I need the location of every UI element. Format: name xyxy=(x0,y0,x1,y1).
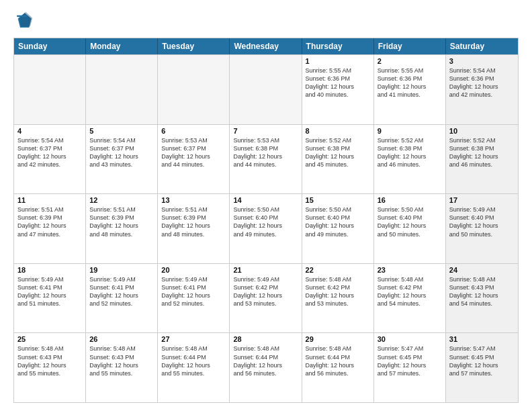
day-number: 8 xyxy=(306,127,370,135)
day-info: Sunrise: 5:48 AM Sunset: 6:43 PM Dayligh… xyxy=(17,345,82,377)
day-number: 22 xyxy=(306,266,370,274)
day-info: Sunrise: 5:48 AM Sunset: 6:43 PM Dayligh… xyxy=(449,275,515,308)
calendar: SundayMondayTuesdayWednesdayThursdayFrid… xyxy=(13,38,519,403)
day-number: 15 xyxy=(306,196,370,204)
day-number: 13 xyxy=(161,196,226,204)
day-info: Sunrise: 5:52 AM Sunset: 6:38 PM Dayligh… xyxy=(449,136,515,169)
cal-cell-day-18: 18Sunrise: 5:49 AM Sunset: 6:41 PM Dayli… xyxy=(14,264,86,333)
day-number: 6 xyxy=(161,127,226,135)
day-info: Sunrise: 5:48 AM Sunset: 6:44 PM Dayligh… xyxy=(306,345,370,377)
cal-cell-day-1: 1Sunrise: 5:55 AM Sunset: 6:36 PM Daylig… xyxy=(302,55,374,124)
cal-cell-day-31: 31Sunrise: 5:47 AM Sunset: 6:45 PM Dayli… xyxy=(446,333,518,402)
day-info: Sunrise: 5:50 AM Sunset: 6:40 PM Dayligh… xyxy=(306,205,370,238)
day-number: 5 xyxy=(89,127,154,135)
cal-cell-day-5: 5Sunrise: 5:54 AM Sunset: 6:37 PM Daylig… xyxy=(86,125,158,194)
cal-cell-day-7: 7Sunrise: 5:53 AM Sunset: 6:38 PM Daylig… xyxy=(230,125,302,194)
day-number: 11 xyxy=(17,196,82,204)
day-number: 17 xyxy=(449,196,515,204)
cal-cell-day-4: 4Sunrise: 5:54 AM Sunset: 6:37 PM Daylig… xyxy=(14,125,86,194)
cal-cell-day-15: 15Sunrise: 5:50 AM Sunset: 6:40 PM Dayli… xyxy=(302,194,374,263)
day-number: 28 xyxy=(233,335,298,343)
day-number: 29 xyxy=(306,335,370,343)
cal-cell-empty xyxy=(230,55,302,124)
header-day-friday: Friday xyxy=(374,38,446,54)
day-info: Sunrise: 5:48 AM Sunset: 6:42 PM Dayligh… xyxy=(378,275,442,308)
day-number: 31 xyxy=(449,335,515,343)
cal-cell-day-12: 12Sunrise: 5:51 AM Sunset: 6:39 PM Dayli… xyxy=(86,194,158,263)
day-number: 14 xyxy=(233,196,298,204)
day-number: 26 xyxy=(89,335,154,343)
day-number: 21 xyxy=(233,266,298,274)
day-number: 7 xyxy=(233,127,298,135)
cal-cell-day-3: 3Sunrise: 5:54 AM Sunset: 6:36 PM Daylig… xyxy=(446,55,518,124)
cal-cell-day-24: 24Sunrise: 5:48 AM Sunset: 6:43 PM Dayli… xyxy=(446,264,518,333)
day-number: 18 xyxy=(17,266,82,274)
day-number: 25 xyxy=(17,335,82,343)
page: SundayMondayTuesdayWednesdayThursdayFrid… xyxy=(0,0,532,411)
day-info: Sunrise: 5:48 AM Sunset: 6:42 PM Dayligh… xyxy=(306,275,370,308)
header-day-thursday: Thursday xyxy=(302,38,374,54)
day-info: Sunrise: 5:54 AM Sunset: 6:37 PM Dayligh… xyxy=(17,136,82,169)
day-number: 30 xyxy=(378,335,442,343)
cal-cell-day-17: 17Sunrise: 5:49 AM Sunset: 6:40 PM Dayli… xyxy=(446,194,518,263)
day-info: Sunrise: 5:55 AM Sunset: 6:36 PM Dayligh… xyxy=(306,66,370,99)
cal-cell-day-29: 29Sunrise: 5:48 AM Sunset: 6:44 PM Dayli… xyxy=(302,333,374,402)
cal-cell-day-21: 21Sunrise: 5:49 AM Sunset: 6:42 PM Dayli… xyxy=(230,264,302,333)
calendar-row-4: 18Sunrise: 5:49 AM Sunset: 6:41 PM Dayli… xyxy=(14,263,518,333)
cal-cell-day-20: 20Sunrise: 5:49 AM Sunset: 6:41 PM Dayli… xyxy=(158,264,230,333)
header-day-tuesday: Tuesday xyxy=(158,38,230,54)
day-info: Sunrise: 5:48 AM Sunset: 6:43 PM Dayligh… xyxy=(89,345,154,377)
svg-rect-2 xyxy=(17,15,27,17)
svg-marker-1 xyxy=(19,12,32,27)
day-number: 3 xyxy=(449,57,515,65)
header-day-sunday: Sunday xyxy=(14,38,86,54)
cal-cell-empty xyxy=(86,55,158,124)
cal-cell-day-22: 22Sunrise: 5:48 AM Sunset: 6:42 PM Dayli… xyxy=(302,264,374,333)
cal-cell-day-8: 8Sunrise: 5:52 AM Sunset: 6:38 PM Daylig… xyxy=(302,125,374,194)
cal-cell-day-6: 6Sunrise: 5:53 AM Sunset: 6:37 PM Daylig… xyxy=(158,125,230,194)
day-number: 20 xyxy=(161,266,226,274)
day-info: Sunrise: 5:53 AM Sunset: 6:38 PM Dayligh… xyxy=(233,136,298,169)
day-number: 12 xyxy=(89,196,154,204)
cal-cell-day-13: 13Sunrise: 5:51 AM Sunset: 6:39 PM Dayli… xyxy=(158,194,230,263)
cal-cell-day-11: 11Sunrise: 5:51 AM Sunset: 6:39 PM Dayli… xyxy=(14,194,86,263)
day-number: 9 xyxy=(378,127,442,135)
header-day-wednesday: Wednesday xyxy=(230,38,302,54)
cal-cell-day-23: 23Sunrise: 5:48 AM Sunset: 6:42 PM Dayli… xyxy=(374,264,446,333)
day-info: Sunrise: 5:47 AM Sunset: 6:45 PM Dayligh… xyxy=(449,345,515,377)
day-number: 2 xyxy=(378,57,442,65)
day-number: 27 xyxy=(161,335,226,343)
calendar-row-5: 25Sunrise: 5:48 AM Sunset: 6:43 PM Dayli… xyxy=(14,332,518,402)
header-day-monday: Monday xyxy=(86,38,158,54)
cal-cell-day-19: 19Sunrise: 5:49 AM Sunset: 6:41 PM Dayli… xyxy=(86,264,158,333)
day-info: Sunrise: 5:50 AM Sunset: 6:40 PM Dayligh… xyxy=(378,205,442,238)
day-info: Sunrise: 5:49 AM Sunset: 6:40 PM Dayligh… xyxy=(449,205,515,238)
day-info: Sunrise: 5:52 AM Sunset: 6:38 PM Dayligh… xyxy=(378,136,442,169)
cal-cell-day-14: 14Sunrise: 5:50 AM Sunset: 6:40 PM Dayli… xyxy=(230,194,302,263)
calendar-header: SundayMondayTuesdayWednesdayThursdayFrid… xyxy=(14,38,518,54)
day-info: Sunrise: 5:54 AM Sunset: 6:37 PM Dayligh… xyxy=(89,136,154,169)
day-info: Sunrise: 5:54 AM Sunset: 6:36 PM Dayligh… xyxy=(449,66,515,99)
day-info: Sunrise: 5:48 AM Sunset: 6:44 PM Dayligh… xyxy=(233,345,298,377)
cal-cell-day-25: 25Sunrise: 5:48 AM Sunset: 6:43 PM Dayli… xyxy=(14,333,86,402)
cal-cell-day-16: 16Sunrise: 5:50 AM Sunset: 6:40 PM Dayli… xyxy=(374,194,446,263)
day-number: 10 xyxy=(449,127,515,135)
calendar-body: 1Sunrise: 5:55 AM Sunset: 6:36 PM Daylig… xyxy=(14,54,518,402)
day-info: Sunrise: 5:49 AM Sunset: 6:41 PM Dayligh… xyxy=(161,275,226,308)
cal-cell-day-9: 9Sunrise: 5:52 AM Sunset: 6:38 PM Daylig… xyxy=(374,125,446,194)
cal-cell-day-30: 30Sunrise: 5:47 AM Sunset: 6:45 PM Dayli… xyxy=(374,333,446,402)
logo xyxy=(13,11,36,31)
day-info: Sunrise: 5:51 AM Sunset: 6:39 PM Dayligh… xyxy=(17,205,82,238)
day-info: Sunrise: 5:50 AM Sunset: 6:40 PM Dayligh… xyxy=(233,205,298,238)
cal-cell-day-26: 26Sunrise: 5:48 AM Sunset: 6:43 PM Dayli… xyxy=(86,333,158,402)
day-info: Sunrise: 5:49 AM Sunset: 6:42 PM Dayligh… xyxy=(233,275,298,308)
day-info: Sunrise: 5:51 AM Sunset: 6:39 PM Dayligh… xyxy=(161,205,226,238)
day-number: 19 xyxy=(89,266,154,274)
day-info: Sunrise: 5:49 AM Sunset: 6:41 PM Dayligh… xyxy=(89,275,154,308)
day-info: Sunrise: 5:47 AM Sunset: 6:45 PM Dayligh… xyxy=(378,345,442,377)
day-info: Sunrise: 5:49 AM Sunset: 6:41 PM Dayligh… xyxy=(17,275,82,308)
cal-cell-empty xyxy=(158,55,230,124)
cal-cell-day-10: 10Sunrise: 5:52 AM Sunset: 6:38 PM Dayli… xyxy=(446,125,518,194)
header-day-saturday: Saturday xyxy=(446,38,518,54)
day-info: Sunrise: 5:53 AM Sunset: 6:37 PM Dayligh… xyxy=(161,136,226,169)
